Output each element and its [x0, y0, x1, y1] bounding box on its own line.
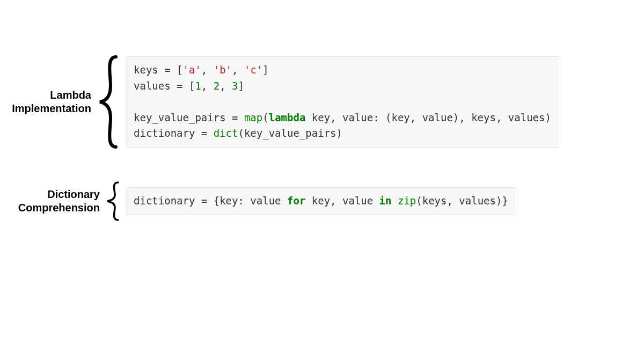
code-text — [391, 195, 397, 207]
code-string: 'a' — [183, 64, 201, 76]
code-text: ( — [262, 112, 268, 123]
code-text: , — [201, 64, 214, 76]
code-keyword: for — [287, 195, 305, 207]
code-builtin: dict — [214, 127, 238, 139]
brace-icon — [103, 180, 121, 223]
label-lambda-line1: Lambda — [50, 89, 91, 101]
section-comprehension: Dictionary Comprehension dictionary = {k… — [14, 180, 516, 223]
brace-icon — [94, 54, 121, 150]
code-block-comprehension: dictionary = {key: value for key, value … — [126, 187, 516, 215]
code-text: dictionary = {key: value — [134, 195, 287, 207]
diagram-canvas: Lambda Implementation keys = ['a', 'b', … — [0, 0, 644, 338]
label-lambda-line2: Implementation — [12, 102, 91, 114]
code-text: keys = [ — [134, 64, 183, 76]
code-text: (keys, values)} — [416, 195, 508, 207]
code-keyword: in — [379, 195, 392, 207]
code-number: 2 — [214, 80, 219, 92]
code-text: , — [219, 80, 232, 92]
code-string: 'c' — [244, 64, 262, 76]
label-comprehension-line1: Dictionary — [47, 188, 100, 200]
label-comprehension-line2: Comprehension — [18, 202, 100, 214]
code-keyword: lambda — [269, 112, 306, 123]
code-text: key_value_pairs = — [134, 112, 244, 123]
code-builtin: map — [244, 112, 262, 123]
code-text: dictionary = — [134, 127, 214, 139]
code-text: (key_value_pairs) — [238, 127, 342, 139]
code-text: key, value — [305, 195, 379, 207]
code-builtin: zip — [398, 195, 416, 207]
code-text: , — [201, 80, 214, 92]
code-text: ] — [262, 64, 268, 76]
code-block-lambda: keys = ['a', 'b', 'c'] values = [1, 2, 3… — [126, 56, 559, 147]
code-text: key, value: (key, value), keys, values) — [305, 112, 551, 123]
code-string: 'b' — [214, 64, 232, 76]
code-text: , — [232, 64, 244, 76]
code-number: 3 — [232, 80, 238, 92]
code-number: 1 — [195, 80, 201, 92]
label-comprehension: Dictionary Comprehension — [14, 188, 100, 215]
code-text: values = [ — [134, 80, 195, 92]
section-lambda: Lambda Implementation keys = ['a', 'b', … — [5, 54, 559, 150]
label-lambda: Lambda Implementation — [5, 89, 91, 115]
code-text: ] — [238, 80, 244, 92]
